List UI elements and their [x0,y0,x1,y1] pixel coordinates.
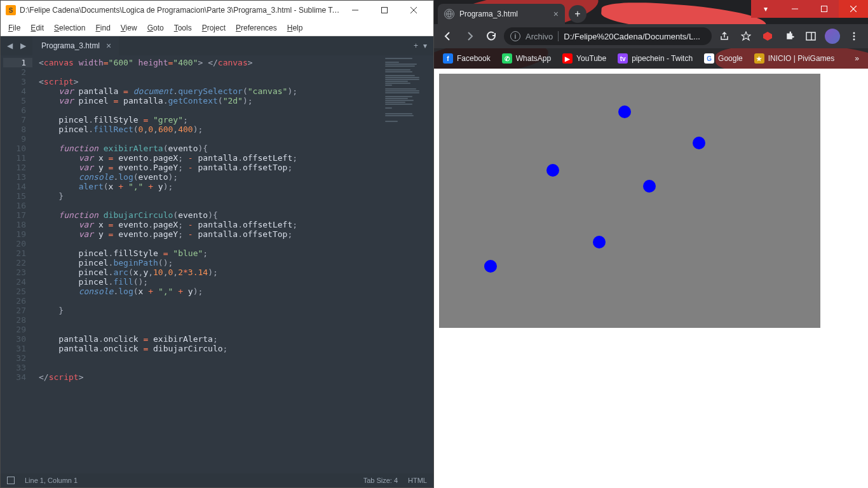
code-line[interactable] [39,67,383,77]
site-info-icon[interactable]: i [510,31,520,41]
close-button[interactable] [399,1,428,20]
menu-button[interactable] [845,27,863,45]
tab-close-icon[interactable]: × [553,9,559,19]
code-line[interactable]: var x = evento.pageX; - pantalla.offsetL… [39,220,383,229]
line-number[interactable]: 21 [3,248,26,258]
line-number[interactable]: 9 [3,134,26,144]
line-number[interactable]: 8 [3,125,26,134]
line-number[interactable]: 24 [3,277,26,287]
code-line[interactable]: pantalla.onclick = dibujarCirculo; [39,344,383,353]
code-line[interactable]: pincel.fillStyle = "blue"; [39,248,383,258]
line-number[interactable]: 14 [3,182,26,191]
new-tab-icon[interactable]: + [414,41,418,50]
code-line[interactable]: var pantalla = document.querySelector("c… [39,86,383,96]
line-number[interactable]: 18 [3,220,26,229]
canvas-element[interactable] [439,74,820,328]
line-gutter[interactable]: 1234567891011121314151617181920212223242… [1,55,32,473]
extension-adblock-icon[interactable] [759,27,776,45]
share-button[interactable] [715,27,733,45]
line-number[interactable]: 3 [3,77,26,86]
sublime-titlebar[interactable]: S D:\Felipe Cadena\Documents\Logica de P… [1,1,433,20]
tab-menu-icon[interactable]: ▾ [423,41,427,50]
code-line[interactable]: pincel.fill(); [39,277,383,287]
back-button[interactable] [439,27,457,45]
code-line[interactable]: console.log(evento); [39,172,383,182]
line-number[interactable]: 28 [3,315,26,325]
browser-tab[interactable]: Programa_3.html × [438,4,565,24]
maximize-button[interactable] [370,1,399,20]
line-number[interactable]: 30 [3,334,26,344]
menu-find[interactable]: Find [90,21,115,35]
status-language[interactable]: HTML [408,477,427,484]
new-tab-button[interactable]: + [569,5,587,23]
line-number[interactable]: 10 [3,144,26,153]
code-line[interactable]: } [39,306,383,315]
extensions-button[interactable] [780,27,798,45]
code-line[interactable]: function exibirAlerta(evento){ [39,144,383,153]
menu-preferences[interactable]: Preferences [231,21,282,35]
line-number[interactable]: 23 [3,268,26,277]
code-line[interactable]: pincel.arc(x,y,10,0,2*3.14); [39,268,383,277]
line-number[interactable]: 29 [3,325,26,334]
code-line[interactable]: var y = evento.PageY; - pantalla.offsetT… [39,163,383,172]
code-line[interactable] [39,363,383,372]
status-panel-icon[interactable] [7,477,15,484]
line-number[interactable]: 6 [3,105,26,115]
line-number[interactable]: 2 [3,67,26,77]
menu-selection[interactable]: Selection [49,21,90,35]
code-line[interactable] [39,315,383,325]
line-number[interactable]: 5 [3,96,26,105]
line-number[interactable]: 26 [3,296,26,306]
line-number[interactable]: 19 [3,229,26,239]
profile-button[interactable] [824,27,841,45]
menu-file[interactable]: File [3,21,25,35]
line-number[interactable]: 25 [3,287,26,296]
minimize-button[interactable] [341,1,370,20]
code-line[interactable]: var pincel = pantalla.getContext("2d"); [39,96,383,105]
line-number[interactable]: 1 [3,58,32,67]
bookmark-google[interactable]: GGoogle [699,51,748,66]
menu-tools[interactable]: Tools [169,21,197,35]
nav-forward-icon[interactable]: ▶ [18,40,29,51]
line-number[interactable]: 12 [3,163,26,172]
line-number[interactable]: 13 [3,172,26,182]
menu-view[interactable]: View [116,21,142,35]
code-line[interactable]: </script> [39,372,383,382]
tab-close-icon[interactable]: × [106,41,111,51]
code-area[interactable]: <canvas width="600" height="400"> </canv… [32,55,383,473]
bookmark-whatsapp[interactable]: ✆WhatsApp [497,51,556,66]
reading-list-icon[interactable] [802,27,820,45]
address-bar[interactable]: i Archivo D:/Felipe%20Cadena/Documents/L… [504,27,712,45]
status-tabsize[interactable]: Tab Size: 4 [363,477,398,484]
line-number[interactable]: 32 [3,353,26,363]
line-number[interactable]: 16 [3,201,26,210]
line-number[interactable]: 4 [3,86,26,96]
code-line[interactable] [39,239,383,248]
line-number[interactable]: 11 [3,153,26,163]
close-button[interactable] [839,0,868,18]
line-number[interactable]: 22 [3,258,26,268]
code-line[interactable]: pantalla.onclick = exibirAlerta; [39,334,383,344]
line-number[interactable]: 31 [3,344,26,353]
menu-goto[interactable]: Goto [142,21,169,35]
line-number[interactable]: 7 [3,115,26,125]
code-line[interactable]: function dibujarCirculo(evento){ [39,210,383,220]
bookmark-inicio-pivigames[interactable]: ★INICIO | PiviGames [749,51,839,66]
reload-button[interactable] [482,27,500,45]
code-line[interactable]: alert(x + "," + y); [39,182,383,191]
code-line[interactable]: pincel.fillRect(0,0,600,400); [39,125,383,134]
bookmark-facebook[interactable]: fFacebook [438,51,496,66]
code-line[interactable] [39,296,383,306]
code-line[interactable]: pincel.fillStyle = "grey"; [39,115,383,125]
code-line[interactable]: <canvas width="600" height="400"> </canv… [39,58,383,67]
minimize-button[interactable] [780,0,810,18]
editor-tab[interactable]: Programa_3.html × [32,36,119,55]
ext-pill-icon[interactable]: ▾ [751,0,780,18]
maximize-button[interactable] [810,0,839,18]
bookmark-youtube[interactable]: ▶YouTube [557,51,611,66]
code-line[interactable] [39,105,383,115]
code-line[interactable]: pincel.beginPath(); [39,258,383,268]
bookmark-star-button[interactable] [737,27,755,45]
minimap[interactable] [383,55,433,473]
code-line[interactable] [39,353,383,363]
